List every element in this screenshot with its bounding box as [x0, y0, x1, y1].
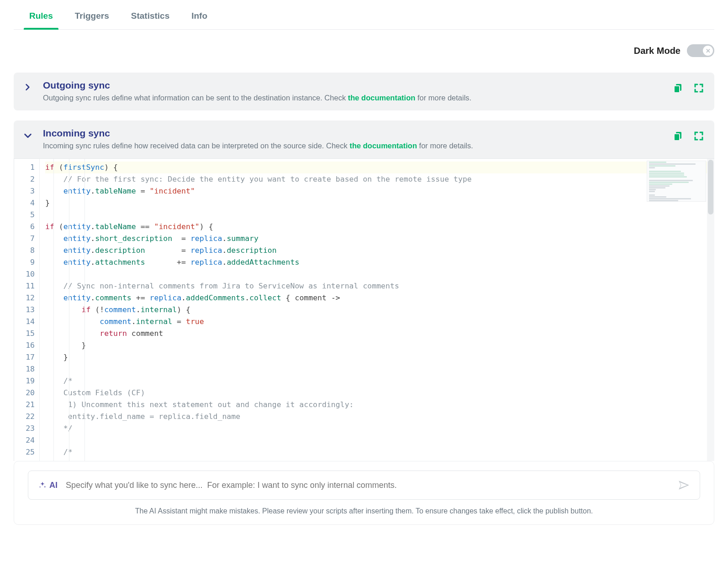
send-icon[interactable] — [678, 479, 690, 491]
expand-icon[interactable] — [693, 131, 704, 141]
outgoing-sync-panel: Outgoing sync Outgoing sync rules define… — [14, 73, 714, 110]
code-area[interactable]: if (firstSync) { // For the first sync: … — [40, 159, 714, 461]
copy-icon[interactable] — [672, 83, 683, 94]
outgoing-doc-link[interactable]: the documentation — [348, 94, 416, 102]
close-icon: ✕ — [703, 46, 713, 56]
outgoing-sync-title: Outgoing sync — [43, 80, 664, 91]
copy-icon[interactable] — [672, 131, 683, 141]
ai-badge: AI — [38, 481, 58, 490]
ai-prompt-input[interactable] — [66, 481, 670, 490]
toolbar: Dark Mode ✕ — [14, 42, 714, 73]
incoming-sync-panel: Incoming sync Incoming sync rules define… — [14, 120, 714, 461]
outgoing-sync-desc: Outgoing sync rules define what informat… — [43, 94, 664, 102]
scrollbar[interactable] — [707, 159, 714, 461]
minimap[interactable] — [647, 161, 706, 202]
incoming-sync-title: Incoming sync — [43, 128, 664, 139]
dark-mode-toggle[interactable]: ✕ — [687, 44, 714, 57]
dark-mode-label: Dark Mode — [634, 46, 681, 56]
incoming-sync-desc: Incoming sync rules define how received … — [43, 141, 664, 150]
tab-triggers[interactable]: Triggers — [75, 7, 109, 29]
ai-assistant-panel: AI The AI Assistant might make mistakes.… — [14, 461, 714, 525]
ai-input-row: AI — [28, 471, 700, 500]
tabs: Rules Triggers Statistics Info — [14, 0, 714, 30]
incoming-doc-link[interactable]: the documentation — [349, 141, 417, 150]
ai-disclaimer: The AI Assistant might make mistakes. Pl… — [28, 500, 700, 515]
tab-rules[interactable]: Rules — [29, 7, 53, 29]
scrollbar-thumb[interactable] — [708, 160, 713, 215]
tab-info[interactable]: Info — [191, 7, 207, 29]
line-gutter: 1234567891011121314151617181920212223242… — [14, 159, 40, 461]
tab-statistics[interactable]: Statistics — [131, 7, 169, 29]
chevron-down-icon[interactable] — [23, 131, 35, 142]
sparkle-icon — [38, 481, 47, 489]
svg-rect-3 — [674, 134, 680, 141]
code-editor[interactable]: 1234567891011121314151617181920212223242… — [14, 158, 714, 461]
expand-icon[interactable] — [693, 83, 704, 94]
svg-rect-1 — [674, 86, 680, 93]
chevron-right-icon[interactable] — [23, 83, 35, 94]
